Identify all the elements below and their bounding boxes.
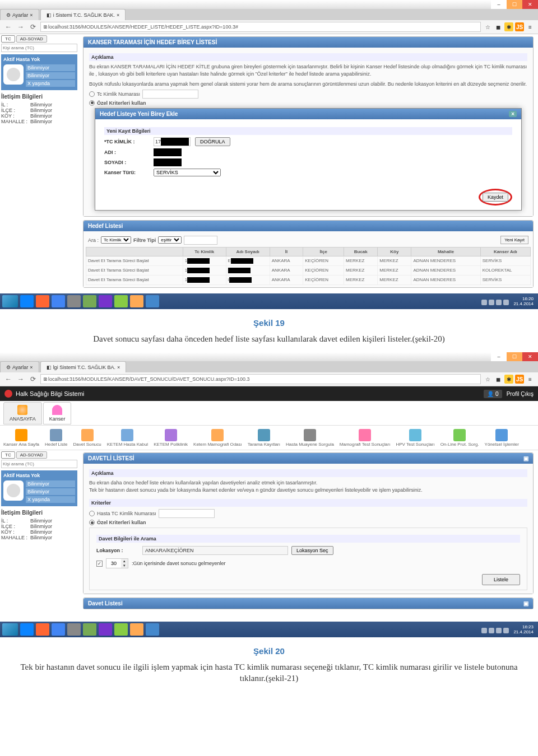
taskbar-app-chrome[interactable] xyxy=(52,623,65,636)
tray-icon[interactable] xyxy=(496,300,502,305)
th[interactable]: Adı Soyadı xyxy=(226,247,270,256)
minimize-button[interactable]: – xyxy=(491,352,507,361)
taskbar-app[interactable] xyxy=(114,295,128,307)
taskbar-app[interactable] xyxy=(83,295,96,307)
toolbar-item[interactable]: KETEM Hasta Kabul xyxy=(107,429,148,447)
address-bar[interactable]: 🗎 localhost:3156/MODULES/KANSER/HEDEF_LI… xyxy=(40,22,481,32)
radio-ozel-row[interactable]: Özel Kriterleri kullan xyxy=(89,100,527,106)
table-row[interactable]: Davet Et Tarama Süreci Başlat1IANKARAKEÇ… xyxy=(86,275,531,284)
browser-tab-2[interactable]: ◧i Sistemi T.C. SAĞLIK BAK.× xyxy=(40,9,126,20)
ext-icon-2[interactable]: ✱ xyxy=(504,375,513,384)
maximize-button[interactable]: ☐ xyxy=(507,352,522,361)
th[interactable] xyxy=(86,247,183,256)
back-button[interactable]: ← xyxy=(3,22,13,32)
taskbar-app[interactable] xyxy=(83,623,96,636)
tc-input[interactable] xyxy=(142,90,198,99)
taskbar-app-ie[interactable] xyxy=(20,623,34,636)
filter-value-input[interactable] xyxy=(184,236,217,245)
toolbar-item[interactable]: On-Line Prot. Sorg. xyxy=(440,429,479,447)
start-button[interactable] xyxy=(2,295,18,307)
star-icon[interactable]: ☆ xyxy=(483,375,492,384)
taskbar-clock[interactable]: 16:2321.4.2014 xyxy=(481,624,536,634)
logout-link[interactable]: Profil Çıkış xyxy=(507,391,534,397)
taskbar-app[interactable] xyxy=(130,623,143,636)
reload-button[interactable]: ⟳ xyxy=(28,374,38,384)
collapse-icon[interactable]: ▣ xyxy=(523,455,528,461)
forward-button[interactable]: → xyxy=(16,22,26,32)
spinner-arrows[interactable]: ▴▾ xyxy=(121,559,128,568)
hasta-tc-input[interactable] xyxy=(159,509,215,518)
taskbar-app[interactable] xyxy=(114,623,128,636)
taskbar-app-firefox[interactable] xyxy=(36,295,49,307)
browser-tab-2[interactable]: ◧lgi Sistemi T.C. SAĞLIK BA.× xyxy=(40,361,127,372)
taskbar-app-firefox[interactable] xyxy=(36,623,49,636)
taskbar-app[interactable] xyxy=(67,623,81,636)
yeni-kayit-button[interactable]: Yeni Kayıt xyxy=(500,236,528,244)
browser-tab-1[interactable]: ⚙Ayarlar× xyxy=(0,9,39,20)
radio-ozel-row[interactable]: Özel Kriterleri kullan xyxy=(89,520,527,525)
th[interactable]: İl xyxy=(270,247,303,256)
toolbar-item[interactable]: Tarama Kayıtları xyxy=(248,429,280,447)
tab-close-icon[interactable]: × xyxy=(30,12,33,18)
close-button[interactable]: ✕ xyxy=(522,352,538,361)
ara-select[interactable]: Tc Kimlik xyxy=(101,236,131,244)
tray-icon[interactable] xyxy=(496,628,502,633)
th[interactable]: Kanser Adı xyxy=(480,247,530,256)
checkbox[interactable]: ✓ xyxy=(96,561,103,567)
maximize-button[interactable]: ☐ xyxy=(507,0,522,9)
radio-tc-row[interactable]: Tc Kimlik Numarası xyxy=(89,90,527,99)
tray-icon[interactable] xyxy=(503,628,509,633)
th[interactable]: İlçe xyxy=(303,247,344,256)
toolbar-item[interactable]: Mamografi Test Sonuçları xyxy=(340,429,391,447)
menu-icon[interactable]: ≡ xyxy=(526,375,535,384)
user-badge[interactable]: 👤0 xyxy=(484,390,502,398)
nav-tab-anasayfa[interactable]: ANASAYFA xyxy=(3,402,42,424)
star-icon[interactable]: ☆ xyxy=(483,22,492,31)
listele-button[interactable]: Listele xyxy=(482,574,520,585)
th[interactable]: Mahalle xyxy=(411,247,480,256)
sidebar-tab-tc[interactable]: TC xyxy=(1,451,15,459)
taskbar-clock[interactable]: 16:2021.4.2014 xyxy=(481,296,536,306)
toolbar-item[interactable]: KETEM Poliklinik xyxy=(154,429,188,447)
taskbar-app-chrome[interactable] xyxy=(52,295,65,307)
taskbar-app-word[interactable] xyxy=(146,295,159,307)
gun-input[interactable] xyxy=(106,559,121,568)
sidebar-search-input[interactable] xyxy=(1,44,77,52)
toolbar-item[interactable]: Davet Sonucu xyxy=(73,429,101,447)
taskbar-app-vs[interactable] xyxy=(99,295,112,307)
sidebar-tab-adsoyad[interactable]: AD-SOYAD xyxy=(16,35,47,43)
tray-icon[interactable] xyxy=(503,300,509,305)
toolbar-item[interactable]: Hasta Muayene Sorgula xyxy=(286,429,334,447)
reload-button[interactable]: ⟳ xyxy=(28,22,38,32)
taskbar-app-vs[interactable] xyxy=(99,623,112,636)
taskbar-app[interactable] xyxy=(67,295,81,307)
toolbar-item[interactable]: Hedef Liste xyxy=(45,429,67,447)
sidebar-tab-adsoyad[interactable]: AD-SOYAD xyxy=(16,451,47,459)
dogrula-button[interactable]: DOĞRULA xyxy=(195,137,230,146)
toolbar-item[interactable]: Kanser Ana Sayfa xyxy=(3,429,39,447)
tab-close-icon[interactable]: × xyxy=(117,12,119,18)
th[interactable]: Tc Kimlik xyxy=(183,247,226,256)
back-button[interactable]: ← xyxy=(3,374,13,384)
close-button[interactable]: ✕ xyxy=(522,0,538,9)
taskbar-app[interactable] xyxy=(130,295,143,307)
modal-close-icon[interactable]: × xyxy=(509,111,517,117)
browser-tab-1[interactable]: ⚙Ayarlar× xyxy=(0,361,39,372)
radio-hasta-tc-row[interactable]: Hasta TC Kimlik Numarası xyxy=(89,509,527,518)
tray-icon[interactable] xyxy=(481,300,487,305)
kaydet-button[interactable]: Kaydet xyxy=(483,193,508,202)
tab-close-icon[interactable]: × xyxy=(30,365,33,370)
menu-icon[interactable]: ≡ xyxy=(526,22,535,31)
taskbar-app-word[interactable] xyxy=(146,623,159,636)
sidebar-search-input[interactable] xyxy=(1,460,77,468)
taskbar-app-ie[interactable] xyxy=(20,295,34,307)
expand-icon[interactable]: ▣ xyxy=(523,600,528,606)
kanser-turu-select[interactable]: SERVİKS xyxy=(154,169,221,176)
lokasyon-sec-button[interactable]: Lokasyon Seç xyxy=(291,546,333,555)
tray-icon[interactable] xyxy=(489,300,494,305)
gun-spinner[interactable]: ▴▾ xyxy=(106,558,128,568)
start-button[interactable] xyxy=(2,623,18,636)
ext-icon-1[interactable]: ◼ xyxy=(494,375,503,384)
forward-button[interactable]: → xyxy=(16,374,26,384)
th[interactable]: Köy xyxy=(378,247,411,256)
